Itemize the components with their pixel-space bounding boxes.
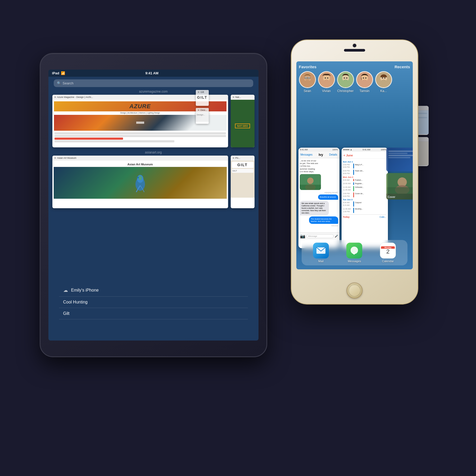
tab-close-icon[interactable]: ✕: [197, 91, 200, 94]
mic-icon[interactable]: 🎤: [335, 235, 338, 238]
tab-close-icon[interactable]: ✕: [232, 157, 234, 160]
cover-label: Cover: [388, 196, 395, 198]
messages-back-btn[interactable]: Messages: [301, 153, 313, 156]
svg-rect-37: [300, 185, 321, 190]
svg-point-35: [307, 178, 314, 184]
svg-point-21: [344, 77, 345, 79]
messages-detail-btn[interactable]: Details: [329, 153, 337, 156]
ipad-list-gilt[interactable]: Gilt: [59, 308, 248, 319]
cloud-icon: ☁: [63, 287, 68, 293]
contact-vivian[interactable]: Vivian: [318, 71, 335, 93]
calendar-header: < June: [342, 152, 388, 159]
msg-photo: [300, 174, 321, 190]
nat-geo-logo: NAT GEO: [235, 124, 250, 128]
ipad-bottom-list: ☁ Emily's iPhone Cool Hunting Gilt: [59, 284, 248, 319]
phone-contacts-bar: Favorites Recents: [296, 61, 413, 95]
dock-icon-mail[interactable]: [313, 243, 329, 259]
messages-input-bar: 📷 iMessage 🎤: [298, 232, 339, 240]
contact-tamsin[interactable]: Tamsin: [356, 71, 373, 93]
icloud-label: Emily's iPhone: [71, 288, 99, 293]
contact-ka[interactable]: Ka...: [375, 71, 392, 93]
azure-rows: [54, 131, 226, 143]
christopher-face: [338, 72, 353, 87]
imessage-input[interactable]: iMessage: [306, 234, 334, 238]
stack-item-desi[interactable]: ✕ Desi... Design...: [196, 108, 209, 124]
contact-name-christopher: Christopher: [337, 89, 353, 93]
ipad-device: iPad 📶 9:41 AM 🔍 Search azuremagazine.co…: [40, 53, 267, 357]
camera-icon[interactable]: 📷: [300, 234, 305, 239]
messages-status-bar: 9:41 AM 100%: [298, 148, 339, 152]
ipad-tab-asian-header: ✕ Asian Art Museum: [52, 156, 228, 161]
gilt-card: GILT: [232, 162, 253, 168]
stack-gilt-header: ✕ Gilt: [196, 90, 209, 94]
cover-label-bar: Cover: [386, 194, 413, 200]
iphone-home-button[interactable]: [347, 283, 362, 298]
msg-bubble-whale: We saw whale spouts and a California con…: [300, 201, 329, 215]
contact-avatar-ka: [375, 71, 392, 88]
gilt-card-2: GILT: [232, 169, 253, 173]
cal-month-label[interactable]: < June: [344, 154, 353, 157]
photo-card-cover[interactable]: Cover: [386, 173, 413, 200]
tab-close-icon[interactable]: ✕: [197, 109, 200, 112]
ipad-tab-nat[interactable]: ✕ Nat... NAT GEO: [231, 95, 255, 147]
cal-day-sun: Sun Jun 1: [343, 161, 387, 163]
cal-status-battery: 100%: [381, 148, 386, 151]
app-card-calendar[interactable]: ●●●●● ▲ 9:41 AM 100% < June Sun Jun 1 2:…: [342, 148, 388, 248]
tab-asian-title: Asian Art Museum: [57, 157, 226, 159]
contact-name-vivian: Vivian: [322, 89, 330, 93]
ipad-screen: iPad 📶 9:41 AM 🔍 Search azuremagazine.co…: [48, 70, 259, 341]
photo-card-blue[interactable]: [386, 148, 413, 171]
messages-content: ...to be one of ourns yet. The kids aret…: [300, 160, 338, 227]
cal-event-bar: [353, 170, 354, 175]
iphone-device: Favorites Recents: [291, 40, 418, 304]
contact-sean[interactable]: Sean: [299, 71, 316, 93]
ipad-list-coolhunting[interactable]: Cool Hunting: [59, 297, 248, 308]
tab-close-icon[interactable]: ✕: [232, 96, 234, 99]
status-time: 9:41 AM: [300, 148, 308, 151]
site-label-asian: asianart.org: [52, 151, 255, 154]
cal-btn[interactable]: Cale...: [379, 216, 386, 218]
today-btn[interactable]: Today: [343, 216, 350, 218]
msg-photo-svg: [300, 174, 321, 190]
contact-christopher[interactable]: Christopher: [337, 71, 354, 93]
search-icon: 🔍: [57, 81, 61, 85]
tamsin-face: [357, 72, 372, 87]
iphone-home-inner: [349, 285, 360, 296]
dock-item-mail[interactable]: Mail: [313, 243, 329, 263]
svg-point-9: [308, 77, 309, 78]
ipad-search-bar[interactable]: 🔍 Search: [54, 79, 253, 87]
ipad-tab-po[interactable]: ✕ Po... GILT GILT: [231, 156, 255, 208]
cal-event-bar: [353, 201, 354, 207]
tab-po-title: Po...: [235, 157, 253, 159]
ipad-tab-asian-art[interactable]: ✕ Asian Art Museum Asian Art Museum: [52, 156, 228, 208]
msg-bubble-student: The student becomes the teacher. And vic…: [309, 216, 338, 224]
tab-nat-title: Nat...: [235, 96, 253, 98]
azure-row: [55, 132, 226, 134]
imessage-placeholder: iMessage: [308, 235, 317, 237]
dock-item-calendar[interactable]: Monday 2 Calendar: [380, 243, 396, 263]
cal-footer: Today Cale...: [343, 214, 387, 218]
iphone-top: [292, 40, 418, 52]
app-card-messages[interactable]: 9:41 AM 100% Messages Ivy Details ...to …: [298, 148, 339, 248]
cal-event-bar: [353, 208, 354, 213]
calendar-events: Sun Jun 1 2:00 PM4:00 PM Riley's P... 6:…: [342, 159, 388, 235]
tab-close-icon[interactable]: ✕: [54, 157, 56, 160]
contact-name-tamsin: Tamsin: [359, 89, 369, 93]
dock-icon-messages[interactable]: [346, 243, 362, 259]
svg-point-27: [365, 77, 366, 79]
stack-item-gilt[interactable]: ✕ Gilt GILT: [196, 90, 209, 106]
delivered-label: Delivered: [300, 225, 338, 226]
ipad-list-icloud[interactable]: ☁ Emily's iPhone: [59, 284, 248, 297]
ipad-status-bar: iPad 📶 9:41 AM: [48, 70, 259, 77]
contact-avatar-tamsin: [356, 71, 373, 88]
cal-event-bar-green: [353, 186, 354, 191]
tab-close-icon[interactable]: ✕: [54, 96, 56, 99]
dock-item-messages[interactable]: Messages: [346, 243, 362, 263]
svg-point-22: [346, 77, 347, 79]
contact-avatar-vivian: [318, 71, 335, 88]
desi-content: Design...: [196, 112, 209, 122]
search-placeholder: Search: [63, 81, 74, 85]
dock-icon-calendar[interactable]: Monday 2: [380, 243, 396, 259]
dock-label-calendar: Calendar: [382, 260, 394, 263]
svg-point-44: [351, 247, 358, 254]
